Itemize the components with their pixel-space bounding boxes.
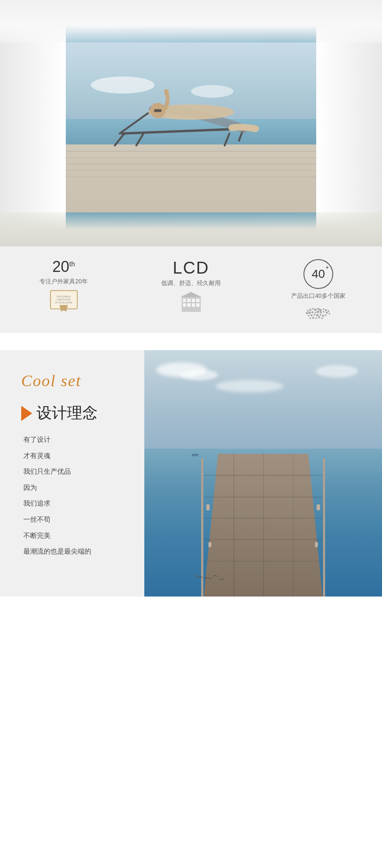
- svg-point-40: [205, 576, 206, 578]
- svg-line-2: [225, 133, 229, 145]
- triangle-icon: [21, 406, 32, 421]
- svg-point-17: [328, 310, 329, 312]
- svg-point-8: [164, 89, 169, 94]
- bottom-spacer: [0, 597, 382, 605]
- svg-point-38: [321, 317, 323, 319]
- svg-point-12: [314, 308, 317, 311]
- svg-line-4: [119, 110, 153, 133]
- feature-lcd-title: LCD: [173, 259, 209, 276]
- feature-years-title: 20th: [52, 259, 75, 274]
- svg-point-27: [308, 315, 309, 317]
- design-section: Cool set 设计理念 有了设计 才有灵魂 我们只生产优品 因为 我们追求 …: [0, 350, 382, 597]
- design-line-2: 才有灵魂: [23, 450, 127, 461]
- svg-point-33: [325, 314, 326, 316]
- design-line-6: 一丝不苟: [23, 514, 127, 525]
- svg-point-16: [325, 309, 327, 311]
- svg-point-39: [196, 575, 198, 577]
- svg-point-22: [317, 311, 319, 313]
- svg-point-24: [323, 311, 325, 313]
- design-line-5: 我们追求: [23, 498, 127, 509]
- svg-point-21: [315, 312, 316, 314]
- design-line-8: 最潮流的也是最尖端的: [23, 546, 127, 557]
- svg-point-14: [319, 309, 322, 311]
- svg-line-0: [115, 133, 124, 145]
- svg-point-19: [308, 311, 311, 314]
- svg-point-18: [306, 312, 308, 314]
- cool-set-title: Cool set: [21, 371, 127, 390]
- hero-section: [0, 0, 382, 246]
- design-lines: 有了设计 才有灵魂 我们只生产优品 因为 我们追求 一丝不苟 不断完美 最潮流的…: [21, 434, 127, 557]
- design-right-image: [144, 350, 382, 597]
- world-map-icon: [303, 303, 333, 325]
- svg-point-32: [322, 315, 324, 317]
- design-left-panel: Cool set 设计理念 有了设计 才有灵魂 我们只生产优品 因为 我们追求 …: [0, 350, 144, 597]
- svg-point-29: [314, 314, 315, 316]
- design-line-4: 因为: [23, 482, 127, 493]
- feature-lcd: LCD 低调、舒适、经久耐用: [127, 259, 255, 312]
- feature-lcd-subtitle: 低调、舒适、经久耐用: [161, 280, 221, 287]
- svg-point-15: [323, 308, 324, 310]
- design-line-1: 有了设计: [23, 434, 127, 445]
- svg-point-37: [318, 317, 320, 319]
- design-line-3: 我们只生产优品: [23, 466, 127, 477]
- svg-point-30: [316, 314, 319, 317]
- feature-countries-title: 40 +: [303, 259, 333, 289]
- svg-point-23: [320, 311, 322, 314]
- svg-point-31: [320, 314, 321, 316]
- svg-point-10: [309, 309, 312, 311]
- feature-countries: 40 + 产品出口40多个国家: [255, 259, 382, 325]
- svg-line-1: [136, 133, 143, 145]
- building-icon: [176, 291, 206, 312]
- svg-point-26: [329, 313, 330, 314]
- certificate-icon: CAPTOSHKA1CERTIFICATEOF EXCELLENCE: [49, 289, 79, 310]
- svg-point-28: [311, 314, 313, 317]
- svg-point-25: [326, 312, 328, 314]
- svg-rect-7: [154, 109, 161, 112]
- white-gap: [0, 333, 382, 350]
- features-bar: 20th 专注户外家具20年 CAPTOSHKA1CERTIFICATEOF E…: [0, 246, 382, 333]
- design-heading: 设计理念: [21, 403, 127, 424]
- svg-point-36: [315, 317, 317, 319]
- svg-point-9: [307, 310, 309, 311]
- feature-years-subtitle: 专注户外家具20年: [39, 278, 88, 286]
- svg-point-20: [312, 311, 314, 314]
- design-heading-text: 设计理念: [37, 403, 98, 424]
- feature-years: 20th 专注户外家具20年 CAPTOSHKA1CERTIFICATEOF E…: [0, 259, 127, 310]
- svg-point-34: [309, 317, 311, 319]
- feature-countries-subtitle: 产品出口40多个国家: [291, 292, 345, 300]
- svg-point-35: [312, 317, 315, 319]
- svg-point-11: [312, 308, 314, 310]
- svg-point-13: [317, 308, 320, 310]
- design-line-7: 不断完美: [23, 530, 127, 541]
